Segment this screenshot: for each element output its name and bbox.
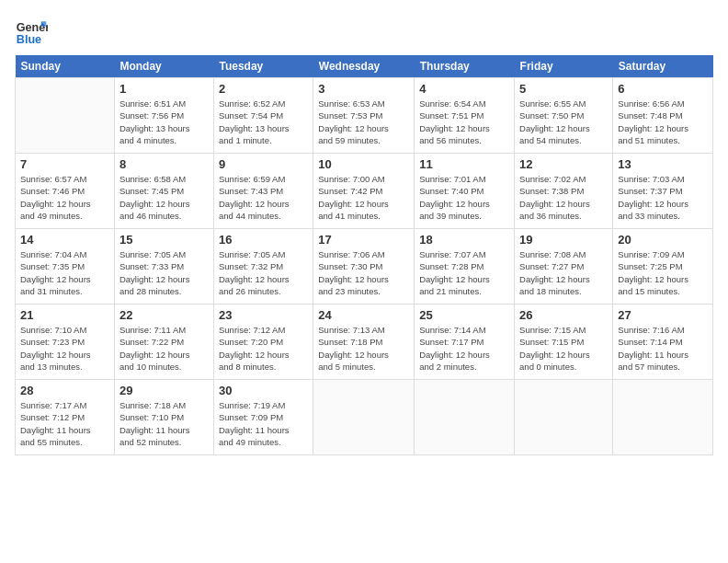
col-header-sunday: Sunday [16,55,115,78]
day-number: 7 [20,157,109,171]
day-info: Sunrise: 7:11 AM Sunset: 7:22 PM Dayligh… [119,324,209,373]
calendar-cell [313,380,415,455]
svg-text:Blue: Blue [17,33,41,46]
day-info: Sunrise: 6:51 AM Sunset: 7:56 PM Dayligh… [119,98,209,146]
day-number: 10 [318,157,409,171]
calendar-cell: 8Sunrise: 6:58 AM Sunset: 7:45 PM Daylig… [114,154,213,229]
day-number: 22 [119,308,209,322]
day-info: Sunrise: 7:03 AM Sunset: 7:37 PM Dayligh… [618,173,708,222]
day-info: Sunrise: 7:19 AM Sunset: 7:09 PM Dayligh… [219,399,308,448]
day-info: Sunrise: 6:58 AM Sunset: 7:45 PM Dayligh… [119,173,209,222]
calendar-cell: 5Sunrise: 6:55 AM Sunset: 7:50 PM Daylig… [515,78,613,154]
day-info: Sunrise: 6:54 AM Sunset: 7:51 PM Dayligh… [419,98,509,146]
day-info: Sunrise: 7:10 AM Sunset: 7:23 PM Dayligh… [20,324,109,373]
calendar-cell: 22Sunrise: 7:11 AM Sunset: 7:22 PM Dayli… [114,304,213,380]
day-info: Sunrise: 7:09 AM Sunset: 7:25 PM Dayligh… [618,248,708,297]
day-number: 24 [318,308,409,322]
calendar-cell: 17Sunrise: 7:06 AM Sunset: 7:30 PM Dayli… [313,229,415,304]
day-info: Sunrise: 7:05 AM Sunset: 7:32 PM Dayligh… [219,248,308,297]
calendar-cell: 15Sunrise: 7:05 AM Sunset: 7:33 PM Dayli… [114,229,213,304]
week-row-5: 28Sunrise: 7:17 AM Sunset: 7:12 PM Dayli… [16,380,713,455]
week-row-4: 21Sunrise: 7:10 AM Sunset: 7:23 PM Dayli… [16,304,713,380]
week-row-1: 1Sunrise: 6:51 AM Sunset: 7:56 PM Daylig… [16,78,713,154]
day-info: Sunrise: 6:52 AM Sunset: 7:54 PM Dayligh… [219,98,308,146]
day-info: Sunrise: 7:15 AM Sunset: 7:15 PM Dayligh… [519,324,608,373]
calendar-cell: 7Sunrise: 6:57 AM Sunset: 7:46 PM Daylig… [16,154,115,229]
day-info: Sunrise: 7:04 AM Sunset: 7:35 PM Dayligh… [20,248,109,297]
calendar-cell: 29Sunrise: 7:18 AM Sunset: 7:10 PM Dayli… [114,380,213,455]
calendar-cell: 27Sunrise: 7:16 AM Sunset: 7:14 PM Dayli… [613,304,713,380]
calendar-cell: 13Sunrise: 7:03 AM Sunset: 7:37 PM Dayli… [613,154,713,229]
day-info: Sunrise: 6:56 AM Sunset: 7:48 PM Dayligh… [618,98,708,146]
day-number: 27 [618,308,708,322]
day-info: Sunrise: 7:18 AM Sunset: 7:10 PM Dayligh… [119,399,209,448]
day-info: Sunrise: 7:14 AM Sunset: 7:17 PM Dayligh… [419,324,509,373]
calendar-cell: 25Sunrise: 7:14 AM Sunset: 7:17 PM Dayli… [415,304,515,380]
day-number: 28 [20,384,109,397]
calendar-cell: 20Sunrise: 7:09 AM Sunset: 7:25 PM Dayli… [613,229,713,304]
day-number: 19 [519,233,608,247]
calendar-cell: 23Sunrise: 7:12 AM Sunset: 7:20 PM Dayli… [213,304,313,380]
day-number: 9 [219,157,308,171]
day-info: Sunrise: 6:57 AM Sunset: 7:46 PM Dayligh… [20,173,109,222]
col-header-wednesday: Wednesday [313,55,415,78]
day-number: 25 [419,308,509,322]
calendar-cell [613,380,713,455]
day-number: 3 [318,82,409,96]
calendar-cell: 28Sunrise: 7:17 AM Sunset: 7:12 PM Dayli… [16,380,115,455]
day-number: 17 [318,233,409,247]
day-info: Sunrise: 7:12 AM Sunset: 7:20 PM Dayligh… [219,324,308,373]
page-header: General Blue [15,15,713,48]
day-number: 16 [219,233,308,247]
calendar-cell: 12Sunrise: 7:02 AM Sunset: 7:38 PM Dayli… [515,154,613,229]
day-info: Sunrise: 6:55 AM Sunset: 7:50 PM Dayligh… [519,98,608,146]
calendar-cell: 6Sunrise: 6:56 AM Sunset: 7:48 PM Daylig… [613,78,713,154]
logo-icon: General Blue [15,15,48,48]
calendar-cell: 9Sunrise: 6:59 AM Sunset: 7:43 PM Daylig… [213,154,313,229]
day-info: Sunrise: 7:16 AM Sunset: 7:14 PM Dayligh… [618,324,708,373]
calendar-cell: 21Sunrise: 7:10 AM Sunset: 7:23 PM Dayli… [16,304,115,380]
calendar-cell: 19Sunrise: 7:08 AM Sunset: 7:27 PM Dayli… [515,229,613,304]
calendar-cell: 11Sunrise: 7:01 AM Sunset: 7:40 PM Dayli… [415,154,515,229]
col-header-monday: Monday [114,55,213,78]
day-number: 13 [618,157,708,171]
calendar-cell: 14Sunrise: 7:04 AM Sunset: 7:35 PM Dayli… [16,229,115,304]
week-row-3: 14Sunrise: 7:04 AM Sunset: 7:35 PM Dayli… [16,229,713,304]
day-number: 21 [20,308,109,322]
day-info: Sunrise: 6:59 AM Sunset: 7:43 PM Dayligh… [219,173,308,222]
calendar-cell: 18Sunrise: 7:07 AM Sunset: 7:28 PM Dayli… [415,229,515,304]
day-number: 20 [618,233,708,247]
day-number: 11 [419,157,509,171]
day-number: 26 [519,308,608,322]
calendar-cell [16,78,115,154]
day-number: 14 [20,233,109,247]
day-info: Sunrise: 6:53 AM Sunset: 7:53 PM Dayligh… [318,98,409,146]
day-number: 29 [119,384,209,397]
week-row-2: 7Sunrise: 6:57 AM Sunset: 7:46 PM Daylig… [16,154,713,229]
calendar-cell: 26Sunrise: 7:15 AM Sunset: 7:15 PM Dayli… [515,304,613,380]
col-header-friday: Friday [515,55,613,78]
calendar-cell: 30Sunrise: 7:19 AM Sunset: 7:09 PM Dayli… [213,380,313,455]
calendar-header-row: SundayMondayTuesdayWednesdayThursdayFrid… [16,55,713,78]
day-info: Sunrise: 7:08 AM Sunset: 7:27 PM Dayligh… [519,248,608,297]
day-info: Sunrise: 7:01 AM Sunset: 7:40 PM Dayligh… [419,173,509,222]
calendar-cell: 3Sunrise: 6:53 AM Sunset: 7:53 PM Daylig… [313,78,415,154]
day-info: Sunrise: 7:07 AM Sunset: 7:28 PM Dayligh… [419,248,509,297]
calendar-cell [515,380,613,455]
calendar-cell: 4Sunrise: 6:54 AM Sunset: 7:51 PM Daylig… [415,78,515,154]
day-number: 18 [419,233,509,247]
calendar-cell [415,380,515,455]
col-header-saturday: Saturday [613,55,713,78]
day-number: 30 [219,384,308,397]
day-info: Sunrise: 7:06 AM Sunset: 7:30 PM Dayligh… [318,248,409,297]
day-info: Sunrise: 7:05 AM Sunset: 7:33 PM Dayligh… [119,248,209,297]
calendar-cell: 24Sunrise: 7:13 AM Sunset: 7:18 PM Dayli… [313,304,415,380]
day-number: 8 [119,157,209,171]
day-number: 12 [519,157,608,171]
day-number: 5 [519,82,608,96]
calendar-cell: 1Sunrise: 6:51 AM Sunset: 7:56 PM Daylig… [114,78,213,154]
day-info: Sunrise: 7:13 AM Sunset: 7:18 PM Dayligh… [318,324,409,373]
day-number: 6 [618,82,708,96]
day-number: 15 [119,233,209,247]
day-number: 4 [419,82,509,96]
